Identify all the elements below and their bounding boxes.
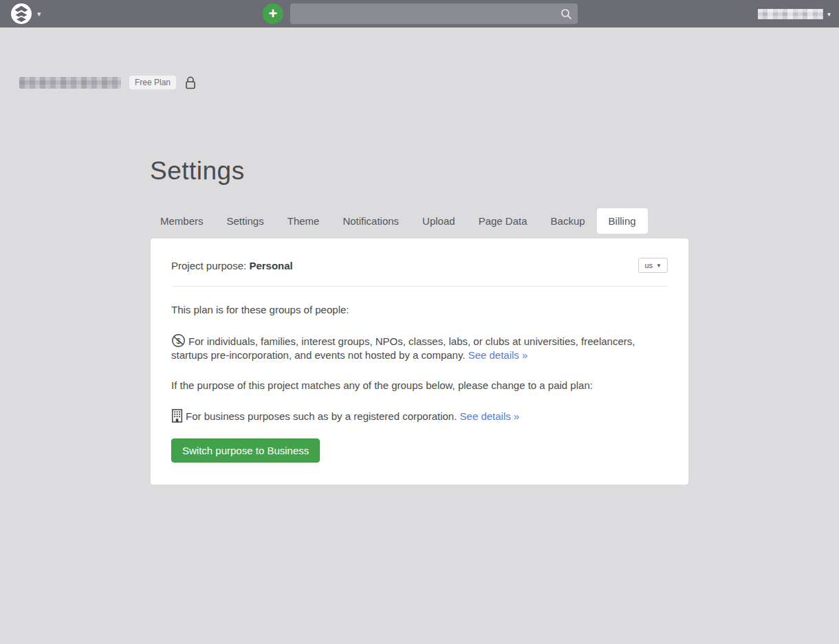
tab-page-data[interactable]: Page Data — [467, 208, 539, 234]
tab-theme[interactable]: Theme — [276, 208, 331, 234]
main-content: Settings Members Settings Theme Notifica… — [0, 82, 839, 485]
tab-members[interactable]: Members — [149, 208, 215, 234]
money-off-icon: $ — [171, 333, 186, 348]
purpose-row: Project purpose: Personal us ▼ — [171, 258, 668, 273]
tab-settings[interactable]: Settings — [215, 208, 276, 234]
business-see-details-link[interactable]: See details » — [460, 410, 520, 422]
divider — [171, 286, 668, 287]
search-input[interactable] — [290, 3, 560, 24]
project-purpose-value: Personal — [249, 260, 292, 271]
top-navbar: ▾ + ▾ — [0, 0, 839, 27]
tab-billing[interactable]: Billing — [597, 208, 648, 234]
tab-notifications[interactable]: Notifications — [331, 208, 411, 234]
plan-badge: Free Plan — [129, 76, 176, 89]
scrapbox-logo-icon[interactable] — [11, 3, 32, 24]
project-purpose-label: Project purpose: — [171, 260, 249, 271]
tab-upload[interactable]: Upload — [411, 208, 467, 234]
search-icon[interactable] — [560, 8, 572, 20]
switch-purpose-button[interactable]: Switch purpose to Business — [171, 438, 320, 463]
plan-intro-text: This plan is for these groups of people: — [171, 303, 668, 317]
locale-dropdown[interactable]: us ▼ — [638, 258, 668, 273]
business-description-text: For business purposes such as by a regis… — [186, 410, 460, 422]
billing-panel: Project purpose: Personal us ▼ This plan… — [151, 238, 688, 485]
project-switcher[interactable]: ▾ — [11, 0, 41, 27]
personal-description: $ For individuals, families, interest gr… — [171, 333, 668, 362]
project-title-redacted — [19, 77, 121, 89]
locale-dropdown-value: us — [644, 261, 653, 269]
chevron-down-icon: ▾ — [37, 10, 41, 18]
caret-down-icon: ▼ — [656, 263, 662, 269]
lock-icon — [184, 76, 197, 90]
settings-tabs: Members Settings Theme Notifications Upl… — [149, 208, 839, 234]
project-header: Free Plan — [0, 27, 839, 82]
page-title: Settings — [150, 157, 839, 186]
project-purpose: Project purpose: Personal — [171, 260, 293, 271]
user-menu[interactable]: ▾ — [758, 0, 831, 27]
new-page-button[interactable]: + — [263, 3, 283, 24]
paid-plan-note: If the purpose of this project matches a… — [171, 379, 668, 392]
personal-see-details-link[interactable]: See details » — [468, 349, 528, 361]
business-description: For business purposes such as by a regis… — [171, 409, 668, 423]
username-redacted — [758, 9, 823, 19]
tab-backup[interactable]: Backup — [539, 208, 597, 234]
personal-description-text: For individuals, families, interest grou… — [171, 335, 635, 361]
chevron-down-icon: ▾ — [827, 10, 831, 18]
office-building-icon — [171, 409, 183, 423]
search-bar[interactable] — [290, 3, 578, 24]
